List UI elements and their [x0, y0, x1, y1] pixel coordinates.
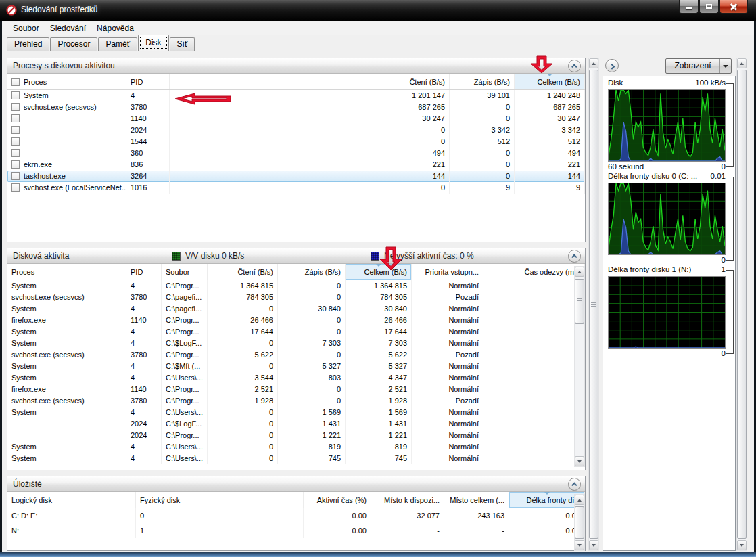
table-row[interactable]: System4C:\Progr...17 644017 644Normální1 [7, 326, 585, 338]
column-header-physical[interactable]: Fyzický disk [136, 492, 304, 508]
column-header-active[interactable]: Aktivní čas (%) [304, 492, 371, 508]
table-row[interactable]: firefox.exe1140C:\Progr...2 52102 521Nor… [7, 384, 585, 395]
tab-procesor[interactable]: Procesor [50, 37, 97, 51]
collapse-disk-activity-button[interactable] [568, 250, 581, 263]
table-row[interactable]: 2024C:\Progr...01 2211 221Normální1 [7, 430, 585, 441]
table-row[interactable]: System4C:\Users\...01 5691 569Normální0 [7, 407, 585, 418]
table-row[interactable]: System4C:\Users\...3 5448034 347Normální… [7, 372, 585, 384]
scroll-up-button[interactable] [575, 267, 584, 277]
section-processes-header[interactable]: Procesy s diskovou aktivitou [7, 58, 585, 74]
table-row[interactable]: firefox.exe1140C:\Progr...26 466026 466N… [7, 315, 585, 326]
table-row[interactable]: 2024C:\$LogF...01 4311 431Normální0 [7, 418, 585, 430]
maximize-button[interactable] [699, 0, 719, 14]
column-header-available[interactable]: Místo k dispozi... [371, 492, 444, 508]
column-header-file[interactable]: Soubor [162, 264, 208, 280]
column-header-name[interactable]: Proces [7, 74, 126, 89]
row-checkbox[interactable] [11, 103, 20, 111]
table-row[interactable]: ekrn.exe8362210221 [7, 159, 585, 171]
table-row[interactable]: 3604940494 [7, 148, 585, 159]
row-checkbox[interactable] [11, 160, 20, 169]
column-header-label: Aktivní čas (%) [317, 496, 367, 504]
row-checkbox[interactable] [11, 172, 20, 180]
scroll-up-button[interactable] [589, 58, 598, 68]
select-all-checkbox[interactable] [11, 78, 20, 86]
menu-item-npovda[interactable]: Nápověda [91, 22, 139, 35]
table-row[interactable]: System4C:\Users\...0819819Normální3 [7, 441, 585, 453]
tab-prehled[interactable]: Přehled [7, 37, 49, 51]
column-header-pid[interactable]: PID [126, 74, 170, 89]
cell-text: System [11, 339, 37, 347]
cell-pid: 4 [126, 90, 170, 102]
column-header-priority[interactable]: Priorita vstupn... [412, 264, 483, 280]
scrollbar-thumb[interactable] [589, 70, 598, 539]
table-row[interactable]: System4C:\$Mft (...05 3275 327Normální1 [7, 361, 585, 372]
table-row[interactable]: svchost.exe (secsvcs)3780C:\Progr...5 62… [7, 349, 585, 361]
row-checkbox[interactable] [11, 114, 20, 122]
column-header-write[interactable]: Zápis (B/s) [450, 74, 515, 89]
views-button[interactable]: Zobrazení [665, 58, 732, 74]
scrollbar-thumb[interactable] [575, 279, 584, 324]
table-row[interactable]: svchost.exe (secsvcs)3780687 2650687 265 [7, 102, 585, 113]
right-panel-scrollbar[interactable] [736, 58, 747, 551]
table-row[interactable]: System4C:\pagefi...030 84030 840Normální… [7, 303, 585, 315]
scroll-up-button[interactable] [737, 58, 747, 68]
scroll-down-button[interactable] [589, 540, 598, 550]
menu-item-sledovn[interactable]: Sledování [45, 22, 91, 35]
row-checkbox[interactable] [11, 91, 20, 99]
section-storage-header[interactable]: Úložiště [7, 476, 585, 492]
minimize-button[interactable] [679, 0, 699, 14]
column-header-logical[interactable]: Logický disk [7, 492, 136, 508]
cell-text: 0 [337, 351, 341, 359]
scrollbar-thumb[interactable] [737, 70, 747, 539]
menu-item-soubor[interactable]: Soubor [7, 22, 45, 35]
column-header-label: Zápis (B/s) [474, 78, 510, 86]
column-header-read[interactable]: Čtení (B/s) [208, 264, 278, 280]
table-row[interactable]: System41 201 14739 1011 240 248 [7, 90, 585, 102]
close-button[interactable] [719, 0, 748, 14]
titlebar[interactable]: Sledování prostředků [0, 0, 756, 21]
cell-file: C:\Progr... [162, 395, 208, 407]
scroll-down-button[interactable] [575, 540, 584, 550]
column-header-name[interactable]: Proces [7, 264, 126, 280]
section-disk-activity-header[interactable]: Disková aktivita V/V disku 0 kB/s Nejvyš… [7, 248, 585, 264]
column-header-response[interactable]: Čas odezvy (ms) [483, 264, 585, 280]
table-row[interactable]: 15440512512 [7, 136, 585, 148]
table-row[interactable]: 202403 3423 342 [7, 125, 585, 136]
cell-priority: Normální [412, 361, 483, 372]
table-row[interactable]: System4C:\Users\...0745745Normální3 [7, 453, 585, 464]
disk-activity-scrollbar[interactable] [574, 266, 585, 467]
row-checkbox[interactable] [11, 126, 20, 134]
column-header-total[interactable]: Celkem (B/s) [346, 264, 412, 280]
tab-pamet[interactable]: Paměť [98, 37, 137, 51]
row-checkbox[interactable] [11, 137, 20, 146]
left-pane-scrollbar[interactable] [588, 58, 599, 551]
table-row[interactable]: N:10.00--0.00 [7, 523, 585, 538]
table-row[interactable]: C: D: E:00.0032 077243 1630.00 [7, 508, 585, 523]
table-row[interactable]: 114030 247030 247 [7, 113, 585, 125]
collapse-panel-button[interactable] [605, 59, 619, 72]
tab-sit[interactable]: Síť [170, 37, 195, 51]
row-checkbox[interactable] [11, 183, 20, 192]
row-checkbox[interactable] [11, 149, 20, 157]
scroll-down-button[interactable] [575, 456, 584, 466]
column-header-write[interactable]: Zápis (B/s) [278, 264, 346, 280]
table-row[interactable]: svchost.exe (secsvcs)3780C:\pagefi...784… [7, 292, 585, 303]
arrow-down-icon [577, 544, 582, 547]
tab-disk[interactable]: Disk [138, 35, 168, 51]
scrollbar-thumb[interactable] [575, 506, 584, 539]
table-row[interactable]: svchost.exe (LocalServiceNet...1016099 [7, 182, 585, 194]
table-row[interactable]: taskhost.exe32641440144 [7, 171, 585, 182]
scroll-up-button[interactable] [575, 495, 584, 505]
column-header-pid[interactable]: PID [126, 264, 162, 280]
column-header-total[interactable]: Celkem (B/s) [515, 74, 585, 89]
table-row[interactable]: svchost.exe (secsvcs)3780C:\Progr...1 92… [7, 395, 585, 407]
scroll-down-button[interactable] [737, 540, 747, 550]
column-header-total[interactable]: Místo celkem (... [444, 492, 509, 508]
table-row[interactable]: System4C:\Progr...1 364 81501 364 815Nor… [7, 280, 585, 292]
table-row[interactable]: System4C:\$LogF...07 3037 303Normální1 [7, 338, 585, 349]
collapse-storage-button[interactable] [568, 478, 581, 491]
views-dropdown-arrow[interactable] [719, 59, 731, 73]
collapse-processes-button[interactable] [568, 60, 581, 72]
storage-scrollbar[interactable] [574, 494, 585, 551]
column-header-read[interactable]: Čtení (B/s) [375, 74, 450, 89]
